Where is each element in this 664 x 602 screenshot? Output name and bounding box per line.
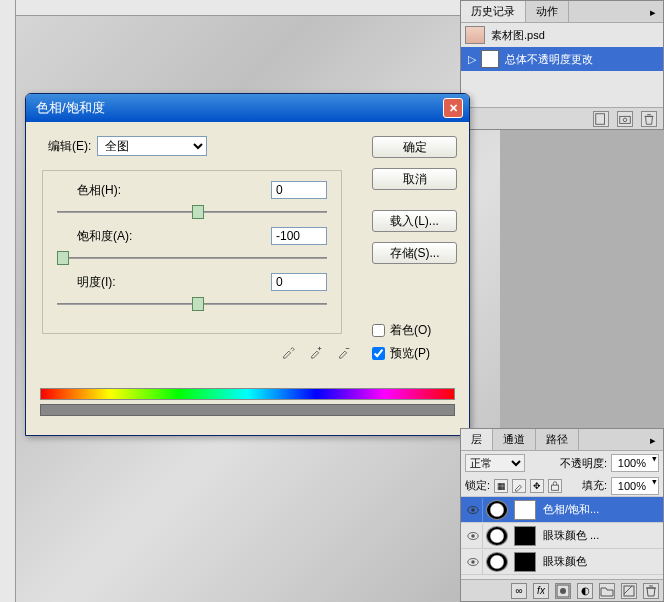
layer-name[interactable]: 眼珠颜色 bbox=[539, 554, 661, 569]
visibility-icon[interactable] bbox=[463, 550, 483, 574]
adjustment-layer-icon bbox=[486, 526, 508, 546]
svg-point-2 bbox=[623, 118, 627, 122]
delete-layer-icon[interactable] bbox=[643, 583, 659, 599]
layers-menu-icon[interactable]: ▸ bbox=[643, 429, 663, 450]
layer-name[interactable]: 色相/饱和... bbox=[539, 502, 661, 517]
edit-label: 编辑(E): bbox=[48, 138, 91, 155]
opacity-input[interactable]: 100% bbox=[611, 454, 659, 472]
preview-checkbox[interactable] bbox=[372, 347, 385, 360]
lightness-slider-thumb[interactable] bbox=[192, 297, 204, 311]
svg-rect-12 bbox=[624, 586, 634, 596]
ruler-horizontal[interactable] bbox=[0, 0, 500, 16]
hue-slider[interactable] bbox=[57, 205, 327, 219]
saturation-label: 饱和度(A): bbox=[57, 228, 132, 245]
hue-input[interactable] bbox=[271, 181, 327, 199]
new-adjustment-icon[interactable]: ◐ bbox=[577, 583, 593, 599]
history-step[interactable]: ▷ 总体不透明度更改 bbox=[461, 47, 663, 71]
layer-mask-icon bbox=[514, 552, 536, 572]
colorize-checkbox[interactable] bbox=[372, 324, 385, 337]
tab-layers[interactable]: 层 bbox=[461, 429, 493, 450]
layer-row[interactable]: 色相/饱和... bbox=[461, 497, 663, 523]
history-thumb-icon bbox=[465, 26, 485, 44]
saturation-slider[interactable] bbox=[57, 251, 327, 265]
new-group-icon[interactable] bbox=[599, 583, 615, 599]
dialog-titlebar[interactable]: 色相/饱和度 ✕ bbox=[26, 94, 469, 122]
hue-saturation-dialog: 色相/饱和度 ✕ 编辑(E): 全图 色相(H): bbox=[25, 93, 470, 436]
layers-footer: ∞ fx ◐ bbox=[461, 579, 663, 601]
eyedropper-group bbox=[38, 342, 362, 362]
tab-channels[interactable]: 通道 bbox=[493, 429, 536, 450]
new-doc-from-state-icon[interactable] bbox=[593, 111, 609, 127]
history-source[interactable]: 素材图.psd bbox=[461, 23, 663, 47]
load-button[interactable]: 载入(L)... bbox=[372, 210, 457, 232]
history-item-label: 素材图.psd bbox=[491, 28, 545, 43]
adjustment-layer-icon bbox=[486, 500, 508, 520]
panel-menu-icon[interactable]: ▸ bbox=[643, 1, 663, 22]
history-tabs: 历史记录 动作 ▸ bbox=[461, 1, 663, 23]
hue-bar-top bbox=[40, 388, 455, 400]
lightness-input[interactable] bbox=[271, 273, 327, 291]
history-brush-source-icon: ▷ bbox=[465, 53, 479, 66]
visibility-icon[interactable] bbox=[463, 498, 483, 522]
layers-panel: 层 通道 路径 ▸ 正常 不透明度: 100% 锁定: ▦ ✥ 填充: 100% bbox=[460, 428, 664, 602]
link-layers-icon[interactable]: ∞ bbox=[511, 583, 527, 599]
new-snapshot-icon[interactable] bbox=[617, 111, 633, 127]
lock-transparency-icon[interactable]: ▦ bbox=[494, 479, 508, 493]
blend-mode-dropdown[interactable]: 正常 bbox=[465, 454, 525, 472]
fill-input[interactable]: 100% bbox=[611, 477, 659, 495]
adjustment-layer-icon bbox=[486, 552, 508, 572]
saturation-input[interactable] bbox=[271, 227, 327, 245]
sliders-fieldset: 色相(H): 饱和度(A): bbox=[42, 170, 342, 334]
svg-point-7 bbox=[471, 534, 475, 538]
eyedropper-add-icon[interactable] bbox=[306, 342, 326, 362]
delete-state-icon[interactable] bbox=[641, 111, 657, 127]
lock-position-icon[interactable]: ✥ bbox=[530, 479, 544, 493]
new-layer-icon[interactable] bbox=[621, 583, 637, 599]
hue-bar-bottom bbox=[40, 404, 455, 416]
colorize-label: 着色(O) bbox=[390, 322, 431, 339]
layer-mask-icon bbox=[514, 500, 536, 520]
fill-label: 填充: bbox=[582, 478, 607, 493]
cancel-button[interactable]: 取消 bbox=[372, 168, 457, 190]
history-panel: 历史记录 动作 ▸ 素材图.psd ▷ 总体不透明度更改 bbox=[460, 0, 664, 130]
edit-dropdown[interactable]: 全图 bbox=[97, 136, 207, 156]
tab-history[interactable]: 历史记录 bbox=[461, 1, 526, 22]
layer-mask-button-icon[interactable] bbox=[555, 583, 571, 599]
lock-all-icon[interactable] bbox=[548, 479, 562, 493]
lock-label: 锁定: bbox=[465, 478, 490, 493]
svg-rect-1 bbox=[620, 116, 631, 123]
tab-paths[interactable]: 路径 bbox=[536, 429, 579, 450]
layer-row[interactable]: 眼珠颜色 bbox=[461, 549, 663, 575]
layer-row[interactable]: 眼珠颜色 ... bbox=[461, 523, 663, 549]
history-footer bbox=[461, 107, 663, 129]
svg-point-9 bbox=[471, 560, 475, 564]
layer-style-icon[interactable]: fx bbox=[533, 583, 549, 599]
save-button[interactable]: 存储(S)... bbox=[372, 242, 457, 264]
lock-pixels-icon[interactable] bbox=[512, 479, 526, 493]
history-item-label: 总体不透明度更改 bbox=[505, 52, 593, 67]
svg-rect-3 bbox=[552, 485, 559, 490]
lightness-label: 明度(I): bbox=[57, 274, 116, 291]
hue-label: 色相(H): bbox=[57, 182, 121, 199]
svg-rect-0 bbox=[596, 113, 605, 124]
history-step-icon bbox=[481, 50, 499, 68]
layer-mask-icon bbox=[514, 526, 536, 546]
ok-button[interactable]: 确定 bbox=[372, 136, 457, 158]
layer-name[interactable]: 眼珠颜色 ... bbox=[539, 528, 661, 543]
eyedropper-icon[interactable] bbox=[278, 342, 298, 362]
opacity-label: 不透明度: bbox=[560, 456, 607, 471]
eyedropper-subtract-icon[interactable] bbox=[334, 342, 354, 362]
preview-label: 预览(P) bbox=[390, 345, 430, 362]
lightness-slider[interactable] bbox=[57, 297, 327, 311]
ruler-vertical[interactable] bbox=[0, 0, 16, 602]
svg-point-5 bbox=[471, 508, 475, 512]
dialog-title: 色相/饱和度 bbox=[32, 99, 443, 117]
close-icon[interactable]: ✕ bbox=[443, 98, 463, 118]
saturation-slider-thumb[interactable] bbox=[57, 251, 69, 265]
svg-point-11 bbox=[560, 588, 566, 594]
visibility-icon[interactable] bbox=[463, 524, 483, 548]
tab-actions[interactable]: 动作 bbox=[526, 1, 569, 22]
hue-slider-thumb[interactable] bbox=[192, 205, 204, 219]
hue-spectrum bbox=[40, 388, 455, 416]
